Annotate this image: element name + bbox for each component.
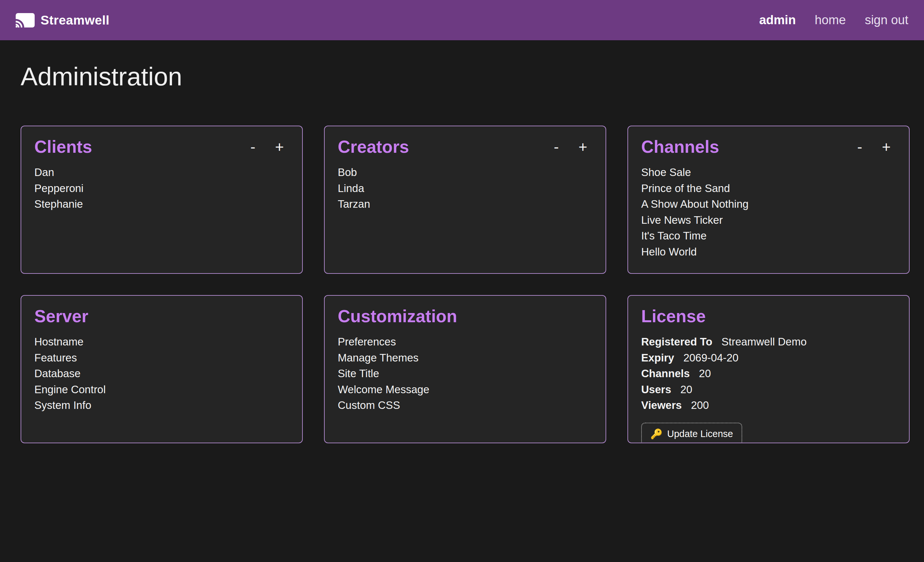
channels-card-title: Channels	[641, 137, 719, 157]
license-field-label: Channels	[641, 367, 690, 379]
list-item[interactable]: Engine Control	[34, 382, 289, 398]
list-item[interactable]: Bob	[338, 165, 592, 180]
brand-name: Streamwell	[40, 13, 110, 27]
update-license-button[interactable]: 🔑 Update License	[641, 423, 742, 443]
list-item[interactable]: Hostname	[34, 334, 289, 350]
list-item[interactable]: Manage Themes	[338, 350, 592, 366]
clients-card-header: Clients - +	[34, 137, 289, 157]
list-item[interactable]: Database	[34, 366, 289, 382]
license-row-users: Users20	[641, 382, 896, 398]
server-card: Server Hostname Features Database Engine…	[21, 295, 303, 443]
card-grid: Clients - + Dan Pepperoni Stephanie Crea…	[21, 126, 910, 443]
license-row-registered-to: Registered ToStreamwell Demo	[641, 334, 896, 350]
list-item[interactable]: Site Title	[338, 366, 592, 382]
admin-page: Administration Clients - + Dan Pepperoni…	[0, 62, 924, 443]
list-item[interactable]: Tarzan	[338, 196, 592, 212]
license-field-label: Users	[641, 383, 671, 395]
channels-card-header: Channels - +	[641, 137, 896, 157]
list-item[interactable]: Features	[34, 350, 289, 366]
list-item[interactable]: Hello World	[641, 244, 896, 260]
clients-card-title: Clients	[34, 137, 92, 157]
list-item[interactable]: System Info	[34, 397, 289, 413]
license-row-expiry: Expiry2069-04-20	[641, 350, 896, 366]
list-item[interactable]: Dan	[34, 165, 289, 180]
server-card-header: Server	[34, 306, 289, 326]
clients-card: Clients - + Dan Pepperoni Stephanie	[21, 126, 303, 274]
list-item[interactable]: Preferences	[338, 334, 592, 350]
nav-item-sign-out[interactable]: sign out	[865, 13, 908, 27]
navbar: Streamwell admin home sign out	[0, 0, 924, 40]
clients-remove-button[interactable]: -	[250, 139, 255, 155]
brand[interactable]: Streamwell	[16, 13, 110, 27]
cast-icon	[16, 13, 34, 27]
channels-add-button[interactable]: +	[882, 139, 891, 155]
license-card-title: License	[641, 306, 706, 326]
license-card-header: License	[641, 306, 896, 326]
list-item[interactable]: Shoe Sale	[641, 165, 896, 180]
key-icon: 🔑	[650, 428, 662, 440]
customization-list: Preferences Manage Themes Site Title Wel…	[338, 334, 592, 413]
license-field-label: Viewers	[641, 399, 682, 411]
license-field-value: 20	[699, 367, 711, 379]
creators-remove-button[interactable]: -	[554, 139, 559, 155]
license-fields: Registered ToStreamwell Demo Expiry2069-…	[641, 334, 896, 413]
nav-item-home[interactable]: home	[815, 13, 846, 27]
page-title: Administration	[21, 62, 910, 92]
license-row-viewers: Viewers200	[641, 397, 896, 413]
license-row-channels: Channels20	[641, 366, 896, 382]
list-item[interactable]: It's Taco Time	[641, 228, 896, 244]
creators-card: Creators - + Bob Linda Tarzan	[324, 126, 606, 274]
creators-card-title: Creators	[338, 137, 409, 157]
list-item[interactable]: Stephanie	[34, 196, 289, 212]
license-card: License Registered ToStreamwell Demo Exp…	[627, 295, 910, 443]
channels-card-controls: - +	[857, 139, 896, 155]
customization-card-title: Customization	[338, 306, 457, 326]
license-field-value: Streamwell Demo	[722, 336, 807, 348]
creators-list: Bob Linda Tarzan	[338, 165, 592, 212]
channels-remove-button[interactable]: -	[857, 139, 862, 155]
customization-card-header: Customization	[338, 306, 592, 326]
creators-card-header: Creators - +	[338, 137, 592, 157]
list-item[interactable]: Live News Ticker	[641, 212, 896, 228]
license-field-label: Expiry	[641, 352, 674, 364]
nav-item-admin[interactable]: admin	[759, 13, 796, 27]
clients-add-button[interactable]: +	[275, 139, 284, 155]
channels-list: Shoe Sale Prince of the Sand A Show Abou…	[641, 165, 896, 260]
server-list: Hostname Features Database Engine Contro…	[34, 334, 289, 413]
license-field-value: 200	[691, 399, 709, 411]
creators-card-controls: - +	[554, 139, 592, 155]
list-item[interactable]: Pepperoni	[34, 180, 289, 197]
channels-card: Channels - + Shoe Sale Prince of the San…	[627, 126, 910, 274]
list-item[interactable]: Linda	[338, 180, 592, 197]
list-item[interactable]: A Show About Nothing	[641, 196, 896, 212]
license-field-label: Registered To	[641, 336, 712, 348]
license-field-value: 2069-04-20	[683, 352, 739, 364]
update-license-label: Update License	[667, 428, 733, 439]
list-item[interactable]: Prince of the Sand	[641, 180, 896, 197]
list-item[interactable]: Welcome Message	[338, 382, 592, 398]
creators-add-button[interactable]: +	[578, 139, 587, 155]
clients-card-controls: - +	[250, 139, 289, 155]
license-field-value: 20	[680, 383, 693, 395]
nav-links: admin home sign out	[759, 13, 908, 27]
customization-card: Customization Preferences Manage Themes …	[324, 295, 606, 443]
list-item[interactable]: Custom CSS	[338, 397, 592, 413]
clients-list: Dan Pepperoni Stephanie	[34, 165, 289, 212]
server-card-title: Server	[34, 306, 88, 326]
